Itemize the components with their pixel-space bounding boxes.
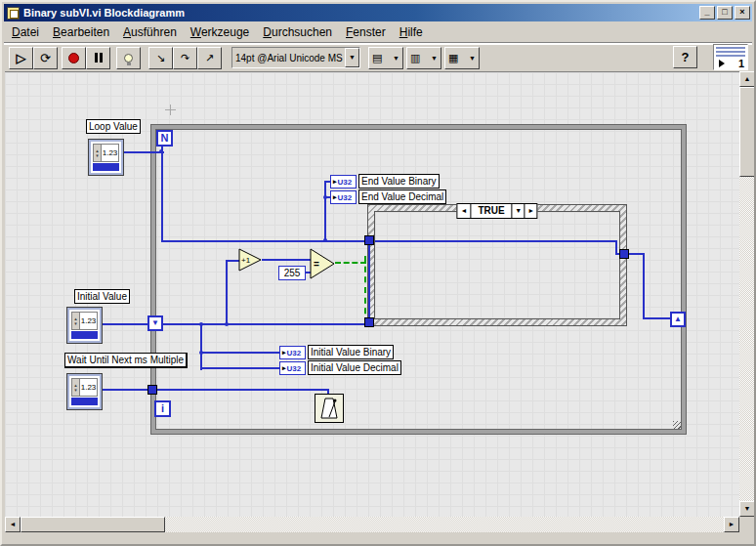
- dropdown-arrow-icon: ▼: [469, 55, 476, 62]
- wire-case-left-vertical[interactable]: [368, 245, 370, 319]
- menu-ausfuehren[interactable]: Ausführen: [116, 21, 184, 43]
- help-button[interactable]: ?: [673, 46, 697, 68]
- wire-loop-value[interactable]: [123, 151, 164, 153]
- case-selector[interactable]: ◄ TRUE ▼ ►: [456, 203, 537, 219]
- wait-ms-control[interactable]: ▴▾1.23: [66, 373, 103, 410]
- menu-werkzeuge[interactable]: Werkzeuge: [184, 21, 256, 43]
- terminal-arrow-icon: ▸: [333, 193, 337, 201]
- scroll-right-button[interactable]: ►: [724, 517, 739, 532]
- step-over-button[interactable]: ↷: [173, 47, 197, 69]
- run-button[interactable]: ▷: [9, 47, 33, 69]
- terminal-arrow-icon: ▸: [333, 178, 337, 186]
- scroll-down-button[interactable]: ▼: [739, 501, 755, 517]
- horizontal-scroll-thumb[interactable]: [21, 517, 165, 532]
- scroll-up-button[interactable]: ▲: [739, 71, 755, 87]
- block-diagram-canvas[interactable]: ◄ TRUE ▼ ►: [5, 71, 739, 517]
- horizontal-scrollbar[interactable]: ◄ ►: [5, 517, 739, 532]
- constant-255[interactable]: 255: [278, 266, 306, 280]
- step-into-button[interactable]: ↘: [148, 47, 173, 69]
- menu-hilfe[interactable]: Hilfe: [393, 21, 430, 43]
- wait-ms-multiple-function[interactable]: [315, 394, 344, 423]
- loop-count-terminal[interactable]: N: [156, 130, 173, 147]
- case-content[interactable]: [374, 211, 620, 319]
- spinner-icon[interactable]: ▴▾: [72, 379, 80, 396]
- vertical-scrollbar[interactable]: ▲ ▼: [739, 71, 755, 517]
- menu-datei[interactable]: Datei: [5, 21, 46, 43]
- wire-junction: [225, 322, 229, 326]
- loop-tunnel-wait[interactable]: [147, 385, 157, 395]
- wire-boolean-selector[interactable]: [335, 262, 366, 264]
- menu-bearbeiten[interactable]: Bearbeiten: [46, 21, 116, 43]
- wire-to-shift-register[interactable]: [643, 253, 645, 319]
- align-icon: ▤: [372, 52, 382, 64]
- vi-icon-number: 1: [738, 58, 744, 69]
- step-out-button[interactable]: ↗: [197, 47, 222, 69]
- wire-case-inside[interactable]: [375, 240, 616, 242]
- wire-main-horizontal[interactable]: [163, 323, 366, 325]
- origin-marker: [170, 105, 171, 115]
- wire-indicator-branch[interactable]: [200, 323, 202, 370]
- case-tunnel-bottom-left[interactable]: [364, 317, 374, 327]
- distribute-objects-button[interactable]: ▥▼: [406, 47, 441, 69]
- shift-register-left[interactable]: ▼: [147, 315, 163, 331]
- vi-icon[interactable]: 1: [713, 44, 748, 70]
- type-strip: [71, 331, 98, 339]
- spinner-icon[interactable]: ▴▾: [94, 145, 102, 161]
- increment-function[interactable]: +1: [238, 248, 262, 272]
- svg-text:+1: +1: [241, 256, 251, 265]
- minimize-button[interactable]: _: [699, 6, 715, 20]
- u32-terminal-end-value-binary[interactable]: ▸U32: [330, 175, 357, 189]
- menu-fenster[interactable]: Fenster: [339, 21, 393, 43]
- distribute-icon: ▥: [410, 52, 420, 64]
- abort-button[interactable]: [62, 47, 86, 69]
- wire-initial-value[interactable]: [102, 323, 148, 325]
- case-next-icon[interactable]: ►: [525, 204, 537, 218]
- labview-window: Binary subVI.vi Blockdiagramm _ □ × Date…: [0, 0, 756, 546]
- comparison-function[interactable]: =: [310, 248, 335, 279]
- wire-wait-value[interactable]: [103, 389, 147, 391]
- pause-button[interactable]: [86, 47, 110, 69]
- case-selector-value[interactable]: TRUE: [470, 204, 511, 218]
- vertical-scroll-thumb[interactable]: [739, 87, 755, 177]
- wire-end-value-branch[interactable]: [324, 181, 326, 242]
- case-tunnel-top-left[interactable]: [364, 235, 374, 245]
- u32-terminal-end-value-decimal[interactable]: ▸U32: [330, 190, 357, 204]
- run-continuous-button[interactable]: ⟳: [33, 47, 58, 69]
- wire-increment-branch[interactable]: [226, 260, 228, 325]
- iteration-terminal[interactable]: i: [154, 400, 171, 417]
- shift-register-right[interactable]: ▲: [670, 312, 686, 327]
- label-initial-value-decimal: Initial Value Decimal: [308, 360, 401, 375]
- reorder-icon: ▦: [448, 52, 458, 64]
- loop-value-control[interactable]: ▴▾1.23: [88, 139, 124, 176]
- wire-shift-register-in[interactable]: [643, 317, 670, 319]
- wire-to-case[interactable]: [161, 240, 367, 242]
- wire-increment-out[interactable]: [262, 259, 311, 261]
- initial-value-control[interactable]: ▴▾1.23: [66, 307, 103, 344]
- menu-durchsuchen[interactable]: Durchsuchen: [256, 21, 339, 43]
- wire-left-vertical[interactable]: [161, 147, 163, 242]
- dropdown-arrow-icon: ▼: [393, 55, 399, 62]
- loop-resize-handle[interactable]: [673, 421, 682, 430]
- case-tunnel-right[interactable]: [619, 249, 629, 259]
- case-structure[interactable]: ◄ TRUE ▼ ►: [367, 204, 627, 326]
- scroll-left-button[interactable]: ◄: [5, 517, 21, 532]
- pause-icon: [94, 51, 104, 65]
- u32-terminal-initial-value-binary[interactable]: ▸U32: [279, 346, 306, 359]
- u32-terminal-initial-value-decimal[interactable]: ▸U32: [279, 361, 306, 375]
- spinner-icon[interactable]: ▴▾: [72, 313, 80, 329]
- font-selector[interactable]: 14pt @Arial Unicode MS ▼: [231, 47, 360, 68]
- case-dropdown-icon[interactable]: ▼: [512, 204, 525, 218]
- close-button[interactable]: ×: [735, 6, 750, 20]
- case-prev-icon[interactable]: ◄: [457, 204, 470, 218]
- wire-initial-binary[interactable]: [200, 352, 279, 354]
- titlebar[interactable]: Binary subVI.vi Blockdiagramm _ □ ×: [4, 4, 752, 21]
- dropdown-arrow-icon[interactable]: ▼: [345, 48, 359, 67]
- wire-to-wait-function[interactable]: [157, 389, 329, 391]
- reorder-button[interactable]: ▦▼: [444, 47, 480, 69]
- wire-initial-decimal[interactable]: [200, 367, 279, 369]
- maximize-button[interactable]: □: [717, 6, 733, 20]
- wire-boolean-vertical[interactable]: [364, 256, 366, 324]
- wire-increment-in[interactable]: [226, 260, 239, 262]
- highlight-execution-button[interactable]: [116, 47, 141, 69]
- align-objects-button[interactable]: ▤▼: [368, 47, 403, 69]
